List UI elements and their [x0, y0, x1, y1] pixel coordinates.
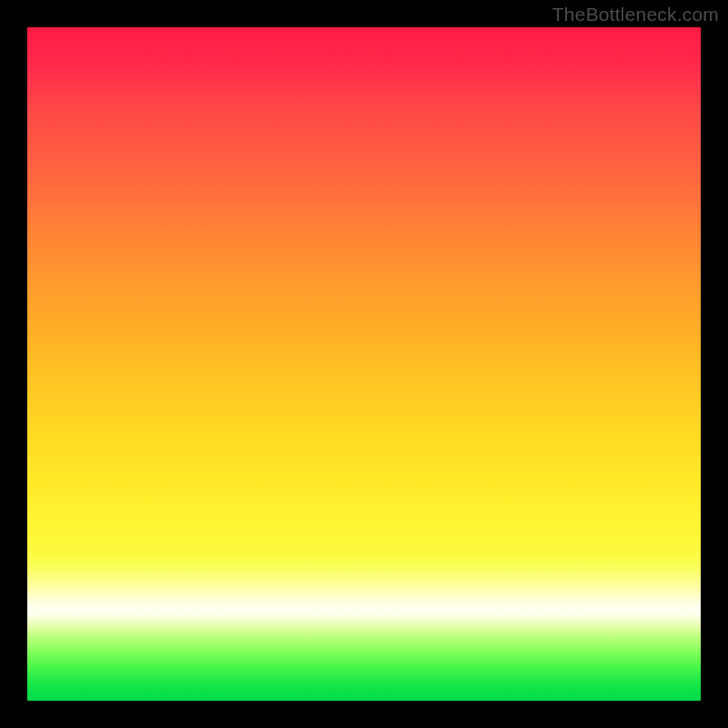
- plot-area: [27, 27, 701, 701]
- chart-frame: TheBottleneck.com: [0, 0, 728, 728]
- background-gradient: [27, 27, 701, 701]
- watermark-text: TheBottleneck.com: [552, 4, 719, 25]
